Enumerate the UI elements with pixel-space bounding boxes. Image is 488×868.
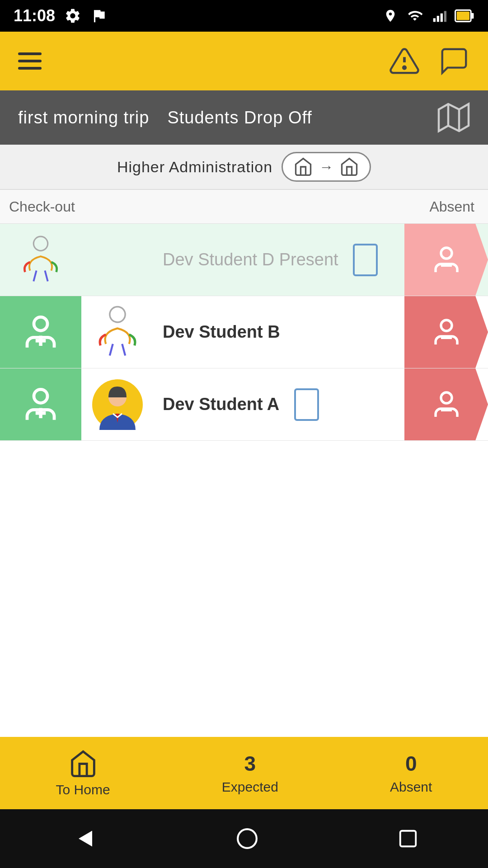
checkout-header: Check-out xyxy=(9,198,75,215)
wifi-icon xyxy=(406,9,424,23)
expected-label: Expected xyxy=(222,779,278,795)
add-student-icon-3 xyxy=(20,384,61,425)
battery-icon xyxy=(455,9,474,23)
student-avatar-3 xyxy=(81,368,154,440)
absent-user-icon xyxy=(430,244,463,276)
location-icon xyxy=(383,9,398,23)
svg-marker-32 xyxy=(79,831,92,847)
flag-icon xyxy=(90,7,108,24)
add-student-icon xyxy=(20,312,61,353)
stop-name: Higher Administration xyxy=(117,158,272,176)
nav-bar xyxy=(0,809,488,868)
checkout-button-1[interactable] xyxy=(0,224,81,296)
stop-row: Higher Administration → xyxy=(0,145,488,190)
absent-user-icon-3 xyxy=(430,388,463,421)
back-arrow-icon[interactable] xyxy=(70,825,97,852)
nav-recents-icon[interactable] xyxy=(398,828,418,849)
student-row: Dev Student A xyxy=(0,368,488,441)
checkout-button-3[interactable] xyxy=(0,368,81,440)
svg-rect-34 xyxy=(400,831,416,847)
top-bar xyxy=(0,32,488,90)
student-avatar-2 xyxy=(81,296,154,368)
trip-name: first morning trip xyxy=(18,108,149,127)
student-row: Dev Student D Present xyxy=(0,224,488,296)
absent-button-2[interactable] xyxy=(404,296,488,368)
svg-rect-0 xyxy=(433,18,436,22)
absent-number: 0 xyxy=(405,751,417,776)
student-info-1: Dev Student D Present xyxy=(154,224,404,296)
svg-point-23 xyxy=(441,320,452,331)
svg-point-25 xyxy=(34,389,47,403)
svg-rect-1 xyxy=(437,16,439,22)
student-info-2: Dev Student B xyxy=(154,296,404,368)
svg-point-17 xyxy=(34,317,47,330)
svg-rect-2 xyxy=(441,14,443,22)
status-bar: 11:08 xyxy=(0,0,488,32)
student-avatar-1 xyxy=(81,224,154,296)
student-row: Dev Student B xyxy=(0,296,488,368)
svg-line-21 xyxy=(110,344,113,355)
tab-to-home[interactable]: To Home xyxy=(56,749,110,797)
expected-number: 3 xyxy=(244,751,256,776)
svg-rect-3 xyxy=(444,11,446,22)
arrow-icon: → xyxy=(319,159,333,175)
home-to-icon xyxy=(338,157,361,177)
absent-user-icon-2 xyxy=(430,316,463,349)
student-info-3: Dev Student A xyxy=(154,368,404,440)
checkbox-1[interactable] xyxy=(347,244,384,276)
student-animated-icon xyxy=(18,235,63,285)
svg-point-33 xyxy=(238,829,257,848)
nav-home-icon[interactable] xyxy=(236,827,258,850)
svg-point-12 xyxy=(33,236,47,250)
bottom-bar: To Home 3 Expected 0 Absent xyxy=(0,737,488,809)
absent-header: Absent xyxy=(429,198,474,215)
student-name-1: Dev Student D Present xyxy=(163,250,338,269)
colored-avatar xyxy=(90,377,145,432)
student-name-2: Dev Student B xyxy=(163,322,280,342)
tab-absent: 0 Absent xyxy=(390,751,432,795)
svg-rect-5 xyxy=(457,12,469,20)
svg-line-14 xyxy=(45,270,47,281)
column-headers: Check-out Absent xyxy=(0,190,488,224)
home-from-icon xyxy=(292,157,314,177)
signal-icon xyxy=(432,9,446,23)
svg-point-30 xyxy=(441,392,452,403)
home-tab-label: To Home xyxy=(56,782,110,797)
checkbox-3[interactable] xyxy=(288,388,324,421)
svg-line-22 xyxy=(122,344,125,355)
absent-label: Absent xyxy=(390,779,432,795)
status-time: 11:08 xyxy=(14,6,55,25)
map-icon[interactable] xyxy=(437,101,470,134)
alert-icon[interactable] xyxy=(389,45,420,77)
hamburger-menu[interactable] xyxy=(18,52,42,70)
absent-button-3[interactable] xyxy=(404,368,488,440)
title-bar: first morning trip Students Drop Off xyxy=(0,90,488,145)
svg-point-15 xyxy=(441,248,452,259)
svg-line-13 xyxy=(33,270,36,281)
trip-type: Students Drop Off xyxy=(167,108,312,127)
svg-marker-9 xyxy=(439,104,469,131)
settings-icon xyxy=(64,7,81,24)
absent-button-1[interactable] xyxy=(404,224,488,296)
chat-icon[interactable] xyxy=(438,45,470,77)
svg-point-20 xyxy=(110,307,125,322)
checkout-button-2[interactable] xyxy=(0,296,81,368)
route-badge[interactable]: → xyxy=(282,152,371,182)
student-name-3: Dev Student A xyxy=(163,395,279,414)
home-icon xyxy=(67,749,99,778)
student-animated-icon-2 xyxy=(93,305,142,359)
tab-expected: 3 Expected xyxy=(222,751,278,795)
svg-point-8 xyxy=(403,66,406,69)
svg-rect-6 xyxy=(471,13,474,19)
